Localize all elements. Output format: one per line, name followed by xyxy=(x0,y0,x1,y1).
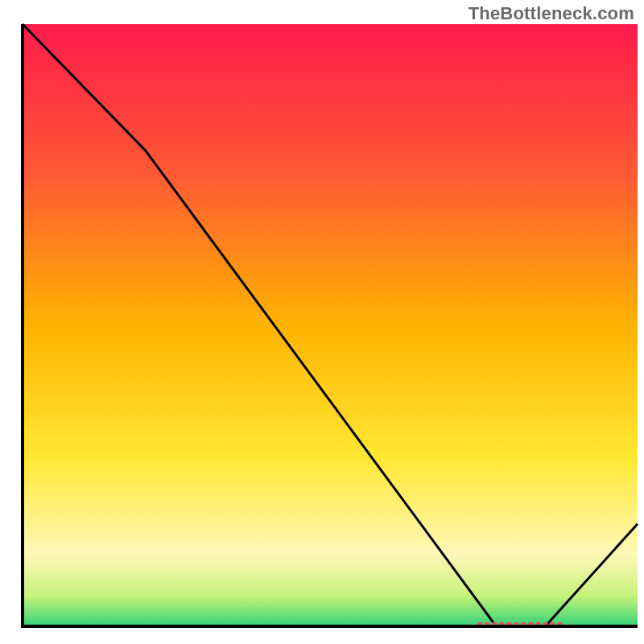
watermark-text: TheBottleneck.com xyxy=(469,3,634,24)
gradient-background xyxy=(23,24,638,626)
chart-container: TheBottleneck.com xyxy=(0,0,644,644)
chart-svg xyxy=(0,0,644,644)
